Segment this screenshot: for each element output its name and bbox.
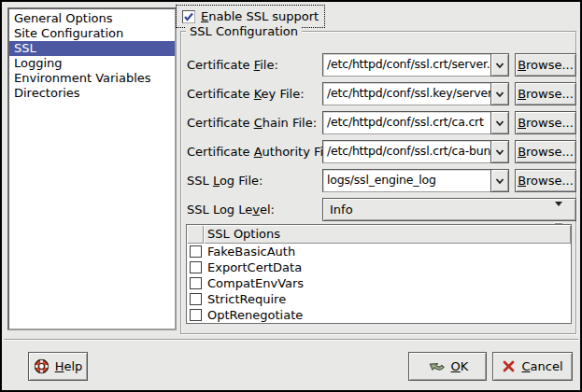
certificate-chain-file-value: /etc/httpd/conf/ssl.crt/ca.crt — [323, 112, 490, 133]
table-row[interactable]: CompatEnvVars — [187, 275, 571, 291]
ssl-log-file-dropdown-button[interactable] — [490, 169, 509, 192]
ok-button-label: OK — [451, 359, 469, 373]
certificate-file-value: /etc/httpd/conf/ssl.crt/server.c — [323, 54, 490, 75]
certificate-file-label: Certificate File: — [187, 58, 278, 72]
cancel-x-icon — [502, 359, 516, 373]
option-checkbox[interactable] — [190, 293, 202, 305]
browse-button-label: Browse... — [518, 58, 574, 72]
certificate-chain-file-browse-button[interactable]: Browse... — [515, 111, 576, 134]
certificate-authority-file-browse-button[interactable]: Browse... — [515, 140, 576, 163]
cancel-button[interactable]: Cancel — [492, 352, 573, 381]
chevron-down-icon — [495, 177, 504, 185]
browse-button-label: Browse... — [518, 174, 574, 188]
ok-enter-arrow-icon — [427, 357, 446, 376]
table-row[interactable]: FakeBasicAuth — [187, 244, 571, 259]
sidebar-item-site-configuration[interactable]: Site Configuration — [9, 26, 175, 41]
option-label: FakeBasicAuth — [207, 245, 295, 259]
ssl-log-file-browse-button[interactable]: Browse... — [515, 169, 576, 192]
ssl-log-file-row: SSL Log File: logs/ssl_engine_log Browse… — [0, 169, 582, 192]
option-label: CompatEnvVars — [207, 276, 304, 290]
option-checkbox[interactable] — [190, 245, 202, 258]
checkbox-box[interactable] — [182, 10, 195, 23]
certificate-authority-file-label: Certificate Authority File: — [187, 145, 338, 159]
browse-button-label: Browse... — [518, 87, 574, 101]
browse-button-label: Browse... — [518, 116, 574, 130]
option-menu-indicator-icon — [555, 206, 563, 224]
certificate-file-browse-button[interactable]: Browse... — [515, 53, 576, 77]
chevron-down-icon — [495, 91, 504, 98]
option-checkbox[interactable] — [190, 261, 202, 273]
ssl-log-file-value: logs/ssl_engine_log — [323, 170, 490, 190]
cancel-button-label: Cancel — [521, 359, 562, 373]
option-checkbox[interactable] — [190, 277, 202, 289]
certificate-key-file-value: /etc/httpd/conf/ssl.key/server. — [323, 83, 490, 104]
table-row[interactable]: OptRenegotiate — [187, 307, 571, 323]
ssl-options-table: SSL Options FakeBasicAuth ExportCertData… — [186, 224, 572, 324]
certificate-chain-file-row: Certificate Chain File: /etc/httpd/conf/… — [0, 111, 582, 134]
chevron-down-icon — [495, 119, 504, 127]
ssl-configuration-window: General Options Site Configuration SSL L… — [0, 0, 582, 392]
table-header-ssl-options[interactable]: SSL Options — [204, 225, 571, 244]
ssl-log-level-label: SSL Log Level: — [187, 203, 275, 217]
certificate-chain-file-input[interactable]: /etc/httpd/conf/ssl.crt/ca.crt — [322, 111, 491, 134]
certificate-key-file-row: Certificate Key File: /etc/httpd/conf/ss… — [0, 82, 582, 105]
certificate-key-file-label: Certificate Key File: — [187, 87, 305, 101]
chevron-down-icon — [495, 148, 504, 156]
table-row[interactable]: ExportCertData — [187, 259, 571, 275]
help-button[interactable]: Help — [28, 352, 88, 381]
certificate-chain-file-dropdown-button[interactable] — [490, 111, 509, 134]
browse-button-label: Browse... — [518, 145, 574, 159]
ssl-log-level-select[interactable]: Info — [322, 198, 576, 221]
help-lifebuoy-icon — [34, 358, 50, 374]
checkmark-icon — [183, 11, 194, 22]
certificate-chain-file-label: Certificate Chain File: — [187, 116, 317, 130]
certificate-file-dropdown-button[interactable] — [490, 53, 509, 77]
help-button-label: Help — [55, 359, 83, 373]
ssl-log-file-input[interactable]: logs/ssl_engine_log — [322, 169, 491, 192]
option-label: StrictRequire — [207, 292, 286, 306]
certificate-key-file-browse-button[interactable]: Browse... — [515, 82, 576, 105]
certificate-key-file-dropdown-button[interactable] — [490, 82, 509, 105]
chevron-down-icon — [495, 62, 504, 69]
certificate-authority-file-value: /etc/httpd/conf/ssl.crt/ca-bund — [323, 141, 490, 161]
ssl-log-file-label: SSL Log File: — [187, 174, 263, 188]
option-label: OptRenegotiate — [207, 308, 303, 322]
separator — [4, 339, 578, 340]
sidebar-item-general-options[interactable]: General Options — [9, 11, 175, 26]
option-checkbox[interactable] — [190, 309, 202, 321]
certificate-authority-file-dropdown-button[interactable] — [490, 140, 509, 163]
certificate-authority-file-row: Certificate Authority File: /etc/httpd/c… — [0, 140, 582, 163]
certificate-file-row: Certificate File: /etc/httpd/conf/ssl.cr… — [0, 53, 582, 77]
frame-title: SSL Configuration — [186, 24, 302, 38]
ssl-log-level-value: Info — [330, 203, 353, 217]
table-header-checkbox-column[interactable] — [187, 225, 204, 244]
ok-button[interactable]: OK — [408, 352, 487, 381]
certificate-key-file-input[interactable]: /etc/httpd/conf/ssl.key/server. — [322, 82, 491, 105]
certificate-file-input[interactable]: /etc/httpd/conf/ssl.crt/server.c — [322, 53, 491, 77]
enable-ssl-label: Enable SSL support — [201, 9, 319, 23]
ssl-log-level-row: SSL Log Level: Info — [0, 198, 582, 221]
table-row[interactable]: StrictRequire — [187, 291, 571, 307]
option-label: ExportCertData — [207, 260, 302, 274]
certificate-authority-file-input[interactable]: /etc/httpd/conf/ssl.crt/ca-bund — [322, 140, 491, 163]
table-header: SSL Options — [187, 225, 571, 244]
